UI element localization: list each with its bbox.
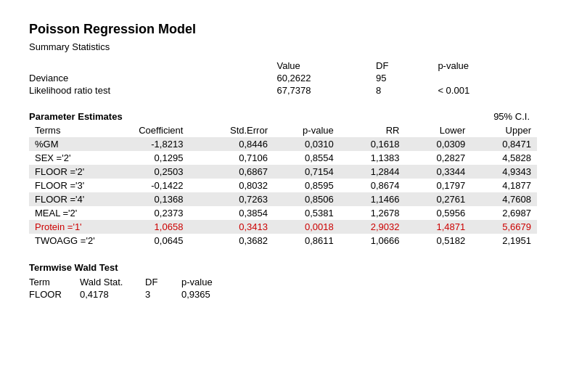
param-row: Protein ='1'1,06580,34130,00182,90321,48… bbox=[29, 220, 537, 234]
col-header-upper: Upper bbox=[471, 123, 537, 137]
summary-header-df: DF bbox=[376, 60, 438, 72]
ci-header-label: 95% C.I. bbox=[493, 111, 537, 122]
summary-row-deviance: Deviance 60,2622 95 bbox=[29, 72, 537, 84]
col-header-terms: Terms bbox=[29, 123, 104, 137]
wald-term: FLOOR bbox=[29, 288, 80, 301]
param-row: FLOOR ='3'-0,14220,80320,85950,86740,179… bbox=[29, 179, 537, 192]
wald-pvalue: 0,9365 bbox=[181, 288, 239, 301]
param-estimates-table: Terms Coefficient Std.Error p-value RR L… bbox=[29, 123, 537, 248]
summary-pvalue-deviance bbox=[438, 72, 537, 84]
summary-section-label: Summary Statistics bbox=[29, 41, 537, 52]
wald-stat: 0,4178 bbox=[80, 288, 145, 301]
summary-df-deviance: 95 bbox=[376, 72, 438, 84]
wald-header-term: Term bbox=[29, 276, 80, 288]
summary-label-deviance: Deviance bbox=[29, 72, 276, 84]
summary-header-pvalue: p-value bbox=[438, 60, 537, 72]
param-row: MEAL ='2'0,23730,38540,53811,26780,59562… bbox=[29, 206, 537, 220]
param-row: FLOOR ='2'0,25030,68670,71541,28440,3344… bbox=[29, 165, 537, 179]
col-header-rr: RR bbox=[340, 123, 406, 137]
param-estimates-label: Parameter Estimates bbox=[29, 111, 123, 122]
param-row: TWOAGG ='2'0,06450,36820,86111,06660,518… bbox=[29, 234, 537, 248]
wald-header-pvalue: p-value bbox=[181, 276, 239, 288]
param-row: SEX ='2'0,12950,71060,85541,13830,28274,… bbox=[29, 151, 537, 165]
summary-value-lrt: 67,7378 bbox=[276, 84, 376, 97]
col-header-coefficient: Coefficient bbox=[104, 123, 189, 137]
wald-header-wald: Wald Stat. bbox=[80, 276, 145, 288]
summary-value-deviance: 60,2622 bbox=[276, 72, 376, 84]
param-row: %GM-1,82130,84460,03100,16180,03090,8471 bbox=[29, 137, 537, 151]
col-header-stderr: Std.Error bbox=[189, 123, 274, 137]
page-title: Poisson Regression Model bbox=[29, 22, 537, 37]
summary-pvalue-lrt: < 0.001 bbox=[438, 84, 537, 97]
wald-df: 3 bbox=[145, 288, 181, 301]
col-header-lower: Lower bbox=[405, 123, 471, 137]
wald-table: Term Wald Stat. DF p-value FLOOR 0,4178 … bbox=[29, 276, 239, 301]
param-row: FLOOR ='4'0,13680,72630,85061,14660,2761… bbox=[29, 192, 537, 206]
summary-df-lrt: 8 bbox=[376, 84, 438, 97]
summary-row-lrt: Likelihood ratio test 67,7378 8 < 0.001 bbox=[29, 84, 537, 97]
summary-table: Value DF p-value Deviance 60,2622 95 Lik… bbox=[29, 60, 537, 97]
wald-row-floor: FLOOR 0,4178 3 0,9365 bbox=[29, 288, 239, 301]
wald-section: Termwise Wald Test Term Wald Stat. DF p-… bbox=[29, 262, 537, 301]
wald-section-label: Termwise Wald Test bbox=[29, 262, 537, 273]
summary-label-lrt: Likelihood ratio test bbox=[29, 84, 276, 97]
wald-header-df: DF bbox=[145, 276, 181, 288]
summary-header-value: Value bbox=[276, 60, 376, 72]
col-header-pvalue: p-value bbox=[274, 123, 340, 137]
